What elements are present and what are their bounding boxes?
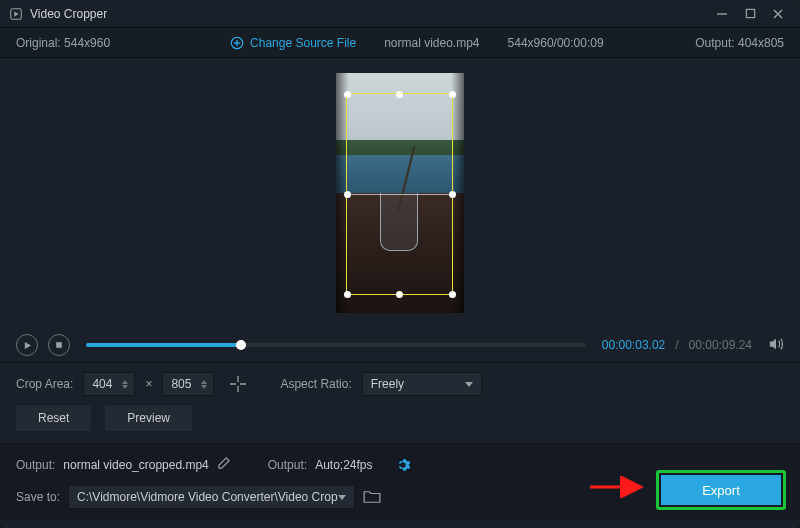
save-to-label: Save to: <box>16 490 60 504</box>
original-dimensions: Original: 544x960 <box>16 36 110 50</box>
source-filename: normal video.mp4 <box>384 36 479 50</box>
preview-button[interactable]: Preview <box>105 405 192 431</box>
open-folder-icon[interactable] <box>363 490 381 504</box>
source-dimensions: 544x960/00:00:09 <box>508 36 604 50</box>
play-button[interactable] <box>16 334 38 356</box>
aspect-ratio-label: Aspect Ratio: <box>280 377 351 391</box>
output-filename: normal video_cropped.mp4 <box>63 458 208 472</box>
video-canvas[interactable] <box>0 58 800 328</box>
crop-controls: Crop Area: 404 × 805 Aspect Ratio: Freel… <box>0 362 800 443</box>
seek-thumb[interactable] <box>236 340 246 350</box>
seek-slider[interactable] <box>86 343 586 347</box>
volume-icon[interactable] <box>768 337 784 354</box>
reset-button[interactable]: Reset <box>16 405 91 431</box>
titlebar: Video Cropper <box>0 0 800 28</box>
output-file-label: Output: <box>16 458 55 472</box>
edit-filename-icon[interactable] <box>217 457 230 473</box>
close-button[interactable] <box>764 2 792 26</box>
time-sep: / <box>675 338 678 352</box>
svg-rect-1 <box>746 9 754 17</box>
video-preview <box>336 73 464 313</box>
stop-button[interactable] <box>48 334 70 356</box>
output-settings-value: Auto;24fps <box>315 458 372 472</box>
gear-icon[interactable] <box>395 457 411 473</box>
output-panel: Output: normal video_cropped.mp4 Output:… <box>0 443 800 520</box>
output-settings-label: Output: <box>268 458 307 472</box>
info-bar: Original: 544x960 Change Source File nor… <box>0 28 800 58</box>
minimize-button[interactable] <box>708 2 736 26</box>
aspect-ratio-select[interactable]: Freely <box>362 372 482 396</box>
playback-bar: 00:00:03.02/00:00:09.24 <box>0 328 800 362</box>
width-stepper[interactable] <box>122 380 130 389</box>
time-duration: 00:00:09.24 <box>689 338 752 352</box>
maximize-button[interactable] <box>736 2 764 26</box>
export-button[interactable]: Export <box>661 475 781 505</box>
height-stepper[interactable] <box>201 380 209 389</box>
change-source-button[interactable]: Change Source File <box>230 36 356 50</box>
crop-area-label: Crop Area: <box>16 377 73 391</box>
crop-width-input[interactable]: 404 <box>83 372 135 396</box>
export-highlight: Export <box>656 470 786 510</box>
chevron-down-icon <box>465 382 473 387</box>
chevron-down-icon <box>338 495 346 500</box>
crop-height-input[interactable]: 805 <box>162 372 214 396</box>
svg-rect-3 <box>56 342 62 348</box>
change-source-label: Change Source File <box>250 36 356 50</box>
output-dimensions: Output: 404x805 <box>695 36 784 50</box>
save-path-select[interactable]: C:\Vidmore\Vidmore Video Converter\Video… <box>68 485 355 509</box>
window-title: Video Cropper <box>30 7 107 21</box>
app-logo-icon <box>8 6 24 22</box>
center-crop-icon[interactable] <box>224 372 252 396</box>
time-current: 00:00:03.02 <box>602 338 665 352</box>
multiply-icon: × <box>145 377 152 391</box>
